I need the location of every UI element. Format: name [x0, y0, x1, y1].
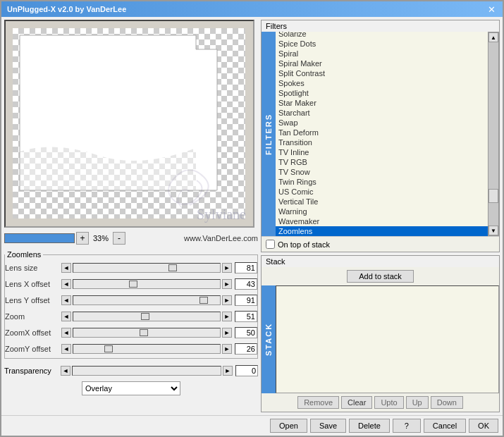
scrollbar-track — [488, 42, 498, 226]
on-top-row: On top of stack — [262, 236, 499, 252]
close-button[interactable]: ✕ — [486, 4, 497, 15]
params-group-label: Zoomlens — [5, 250, 43, 259]
zoom-x-slider[interactable] — [73, 328, 221, 338]
stack-title: Stack — [262, 256, 499, 267]
filters-group: Filters FILTERS SolarizeSpice DotsSpiral… — [261, 20, 500, 252]
lens-size-right-arrow[interactable]: ► — [222, 263, 232, 273]
zoom-minus-button[interactable]: - — [113, 232, 125, 245]
clear-button[interactable]: Clear — [341, 396, 372, 409]
transparency-left-arrow[interactable]: ◄ — [61, 366, 70, 376]
zoom-x-value[interactable] — [235, 327, 257, 338]
filter-item-spiral-maker[interactable]: Spiral Maker — [276, 59, 488, 68]
upto-button[interactable]: Upto — [374, 396, 403, 409]
help-button[interactable]: ? — [393, 419, 421, 433]
zoom-y-thumb — [104, 345, 113, 352]
filter-item-us-comic[interactable]: US Comic — [276, 187, 488, 197]
param-row-lens-y: Lens Y offset ◄ ► — [5, 293, 257, 307]
zoom-plus-button[interactable]: + — [76, 232, 89, 245]
blend-select[interactable]: Overlay Normal Dissolve Multiply Screen … — [82, 381, 180, 395]
filters-list[interactable]: SolarizeSpice DotsSpiralSpiral MakerSpli… — [276, 32, 488, 236]
filter-item-wavemaker[interactable]: Wavemaker — [276, 216, 488, 226]
lens-x-slider[interactable] — [73, 279, 221, 289]
lens-x-value[interactable] — [235, 278, 257, 290]
transparency-right-arrow[interactable]: ► — [223, 366, 233, 376]
stack-sidebar-label: STACK — [262, 285, 276, 393]
filter-item-swap[interactable]: Swap — [276, 118, 488, 128]
zoom-y-slider[interactable] — [73, 344, 221, 354]
zoom-x-left-arrow[interactable]: ◄ — [61, 328, 71, 338]
lens-y-value[interactable] — [235, 295, 257, 306]
delete-button[interactable]: Delete — [349, 419, 390, 433]
filter-item-warning[interactable]: Warning — [276, 207, 488, 216]
lens-size-value[interactable] — [235, 262, 257, 273]
filter-item-twin-rings[interactable]: Twin Rings — [276, 177, 488, 187]
zoom-y-right-arrow[interactable]: ► — [222, 344, 232, 354]
zoom-y-left-arrow[interactable]: ◄ — [61, 344, 71, 354]
ok-button[interactable]: OK — [469, 419, 498, 433]
scroll-down-arrow[interactable]: ▼ — [488, 226, 498, 235]
canvas-svg — [13, 28, 245, 218]
lens-x-right-arrow[interactable]: ► — [222, 279, 232, 289]
filter-item-tan-deform[interactable]: Tan Deform — [276, 128, 488, 137]
zoom-right-arrow[interactable]: ► — [222, 312, 232, 321]
lens-y-slider[interactable] — [73, 295, 221, 305]
down-button[interactable]: Down — [431, 396, 463, 409]
on-top-text: On top of stack — [278, 240, 330, 249]
zoom-left-arrow[interactable]: ◄ — [61, 312, 71, 321]
filter-item-spokes[interactable]: Spokes — [276, 78, 488, 88]
param-label-lens-size: Lens size — [5, 264, 61, 272]
lens-y-thumb — [199, 297, 208, 304]
filter-item-starchart[interactable]: Starchart — [276, 108, 488, 118]
stack-content: STACK — [262, 285, 499, 393]
filters-sidebar-label: FILTERS — [262, 32, 276, 236]
zoom-value[interactable] — [235, 311, 257, 322]
transparency-slider[interactable] — [72, 366, 221, 376]
param-row-zoom-x: ZoomX offset ◄ ► — [5, 326, 257, 340]
up-button[interactable]: Up — [406, 396, 429, 409]
scroll-up-arrow[interactable]: ▲ — [488, 32, 498, 42]
main-window: UnPlugged-X v2.0 by VanDerLee ✕ — [0, 0, 504, 437]
on-top-label[interactable]: On top of stack — [266, 240, 330, 249]
save-button[interactable]: Save — [310, 419, 346, 433]
filter-item-tv-inline[interactable]: TV Inline — [276, 147, 488, 157]
window-title: UnPlugged-X v2.0 by VanDerLee — [7, 5, 126, 13]
lens-x-left-arrow[interactable]: ◄ — [61, 279, 71, 289]
filter-item-vertical-tile[interactable]: Vertical Tile — [276, 197, 488, 207]
filter-item-zoomlens[interactable]: Zoomlens — [276, 226, 488, 236]
lens-y-right-arrow[interactable]: ► — [222, 295, 232, 305]
filters-list-wrapper: SolarizeSpice DotsSpiralSpiral MakerSpli… — [276, 32, 488, 236]
filter-item-solarize[interactable]: Solarize — [276, 32, 488, 39]
lens-size-slider[interactable] — [73, 263, 221, 273]
filter-item-star-maker[interactable]: Star Maker — [276, 98, 488, 108]
on-top-checkbox[interactable] — [266, 240, 275, 249]
add-to-stack-row: Add to stack — [262, 267, 499, 285]
lens-y-left-arrow[interactable]: ◄ — [61, 295, 71, 305]
transparency-label: Transparency — [4, 367, 61, 375]
remove-button[interactable]: Remove — [297, 396, 339, 409]
main-content: Sylviane + 33% - www.VanDerLee.com Zooml… — [1, 17, 503, 415]
open-button[interactable]: Open — [270, 419, 307, 433]
filter-item-spice-dots[interactable]: Spice Dots — [276, 39, 488, 49]
param-row-zoom: Zoom ◄ ► — [5, 309, 257, 324]
zoom-x-right-arrow[interactable]: ► — [222, 328, 232, 338]
zoom-y-value[interactable] — [235, 343, 257, 355]
param-row-zoom-y: ZoomY offset ◄ ► — [5, 342, 257, 356]
filter-item-transition[interactable]: Transition — [276, 137, 488, 147]
lens-size-left-arrow[interactable]: ◄ — [61, 263, 71, 273]
stack-list — [276, 285, 499, 393]
filters-scrollbar: ▲ ▼ — [488, 32, 499, 236]
add-to-stack-button[interactable]: Add to stack — [347, 270, 414, 283]
zoom-percent: 33% — [93, 234, 109, 242]
param-row-lens-size: Lens size ◄ ► — [5, 261, 257, 275]
filter-item-spotlight[interactable]: Spotlight — [276, 88, 488, 98]
cancel-button[interactable]: Cancel — [424, 419, 466, 433]
filter-item-tv-snow[interactable]: TV Snow — [276, 167, 488, 177]
zoom-slider[interactable] — [73, 312, 221, 321]
filters-container: FILTERS SolarizeSpice DotsSpiralSpiral M… — [262, 32, 499, 236]
bottom-bar: Open Save Delete ? Cancel OK — [1, 415, 503, 436]
transparency-value[interactable] — [235, 365, 258, 376]
filter-item-split-contrast[interactable]: Split Contrast — [276, 68, 488, 78]
filter-item-tv-rgb[interactable]: TV RGB — [276, 157, 488, 167]
params-group: Zoomlens Lens size ◄ ► Lens X offset ◄ — [4, 250, 258, 359]
filter-item-spiral[interactable]: Spiral — [276, 49, 488, 59]
